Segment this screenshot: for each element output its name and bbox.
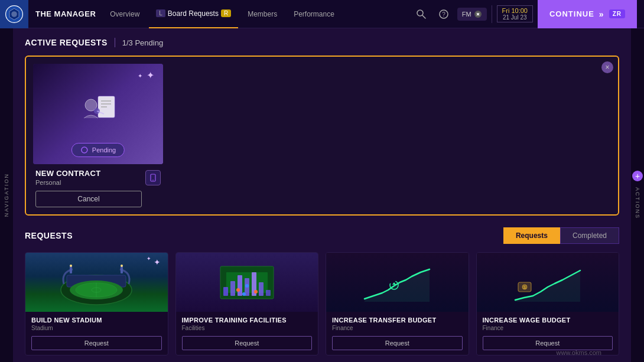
tab-performance[interactable]: Performance [287, 0, 341, 28]
add-action-button[interactable]: + [632, 171, 643, 181]
training-title: IMPROVE TRAINING FACILITIES [182, 317, 313, 324]
nav-shortcut-badge: L [156, 9, 165, 17]
tab-board-requests[interactable]: L Board Requests R [149, 0, 238, 28]
requests-section-header: REQUESTS Requests Completed [25, 227, 619, 244]
tab-requests[interactable]: Requests [503, 227, 560, 244]
req-card-build-stadium: ✦ ✦ [25, 252, 168, 356]
svg-point-19 [152, 180, 154, 181]
active-request-card: × ✦ ✦ [25, 56, 619, 216]
req-card-wage: $ INCREASE WAGE BUDGET Finance Request [476, 252, 620, 356]
active-requests-title: ACTIVE REQUESTS [25, 38, 108, 47]
club-badge [0, 0, 28, 28]
svg-rect-24 [70, 266, 72, 273]
svg-point-27 [121, 265, 123, 267]
wage-image: $ [477, 253, 619, 312]
help-icon[interactable]: ? [435, 5, 453, 23]
pending-badge: Pending [71, 143, 125, 157]
navigation-label: NAVIGATION [4, 173, 9, 217]
pending-count: 1/3 Pending [122, 38, 163, 47]
svg-text:$: $ [523, 285, 526, 289]
svg-marker-45 [392, 282, 396, 285]
main-content: ACTIVE REQUESTS 1/3 Pending × ✦ ✦ [13, 28, 631, 362]
contract-icon [74, 81, 122, 131]
svg-rect-32 [223, 287, 228, 296]
top-bar-right: ? FM Fri 10:00 21 Jul 23 CONTINUE » ZR [405, 0, 644, 28]
stadium-request-button[interactable]: Request [31, 336, 162, 350]
training-image [176, 253, 318, 312]
svg-point-40 [245, 284, 249, 288]
wage-request-button[interactable]: Request [483, 336, 613, 350]
manager-info: THE MANAGER [28, 9, 103, 18]
sparkle-icon-2: ✦ [138, 73, 142, 79]
svg-point-17 [83, 149, 86, 151]
svg-rect-33 [230, 281, 235, 296]
datetime-day: Fri 10:00 [502, 7, 528, 14]
transfer-svg [356, 257, 438, 308]
card-subtype: Personal [35, 179, 100, 186]
stadium-image: ✦ ✦ [25, 253, 168, 312]
svg-rect-25 [121, 266, 123, 273]
wage-title: INCREASE WAGE BUDGET [483, 317, 613, 324]
req-card-transfer: INCREASE TRANSFER BUDGET Finance Request [326, 252, 469, 356]
tab-members[interactable]: Members [240, 0, 284, 28]
sparkle-stadium: ✦ [154, 257, 161, 267]
training-svg [206, 257, 288, 308]
tab-overview[interactable]: Overview [103, 0, 147, 28]
section-divider [115, 38, 115, 47]
tab-completed[interactable]: Completed [560, 227, 619, 244]
continue-button[interactable]: CONTINUE » ZR [538, 0, 637, 28]
datetime-box: Fri 10:00 21 Jul 23 [497, 5, 533, 22]
wage-subtitle: Finance [483, 325, 613, 331]
top-bar: THE MANAGER Overview L Board Requests R … [0, 0, 644, 28]
svg-marker-43 [365, 269, 430, 302]
svg-rect-34 [238, 275, 242, 296]
stadium-subtitle: Stadium [31, 325, 162, 331]
svg-line-3 [422, 15, 425, 18]
zr-badge: ZR [609, 9, 625, 18]
stadium-card-info: BUILD NEW STADIUM Stadium Request [25, 312, 168, 355]
side-actions: + ACTIONS [631, 28, 644, 362]
svg-point-41 [254, 290, 258, 293]
svg-point-42 [242, 292, 246, 296]
training-card-info: IMPROVE TRAINING FACILITIES Facilities R… [176, 312, 318, 355]
board-requests-badge: R [221, 9, 231, 17]
divider [492, 5, 492, 23]
nav-tabs: Overview L Board Requests R Members Perf… [103, 0, 405, 28]
side-navigation: NAVIGATION [0, 28, 13, 362]
stadium-title: BUILD NEW STADIUM [31, 317, 162, 324]
active-requests-header: ACTIVE REQUESTS 1/3 Pending [25, 38, 619, 47]
svg-rect-37 [259, 282, 264, 296]
training-request-button[interactable]: Request [182, 336, 313, 350]
transfer-card-info: INCREASE TRANSFER BUDGET Finance Request [326, 312, 469, 355]
card-label-area: NEW CONTRACT Personal [35, 169, 100, 186]
phone-icon [145, 170, 161, 185]
card-close-button[interactable]: × [601, 61, 613, 73]
svg-rect-38 [266, 290, 271, 296]
request-image-wrapper: ✦ ✦ [33, 64, 163, 207]
training-background [176, 253, 318, 312]
card-type: NEW CONTRACT [35, 169, 100, 178]
search-icon[interactable] [412, 5, 430, 23]
svg-text:?: ? [442, 11, 445, 18]
tab-group: Requests Completed [503, 227, 619, 244]
stadium-svg [55, 257, 138, 308]
fm-badge: FM [457, 8, 487, 21]
transfer-background [326, 253, 469, 312]
training-subtitle: Facilities [182, 325, 313, 331]
req-card-training: IMPROVE TRAINING FACILITIES Facilities R… [175, 252, 319, 356]
stadium-background: ✦ ✦ [25, 253, 168, 312]
request-image: ✦ ✦ [33, 64, 163, 164]
cancel-button[interactable]: Cancel [35, 191, 142, 207]
svg-point-1 [11, 11, 17, 17]
sparkle-icon-1: ✦ [147, 70, 154, 81]
requests-section-title: REQUESTS [25, 231, 73, 240]
transfer-image [326, 253, 469, 312]
watermark: www.okms.com [557, 349, 601, 356]
svg-point-39 [236, 288, 240, 292]
sparkle-stadium-2: ✦ [147, 256, 151, 262]
arrows-icon: » [599, 9, 604, 19]
manager-name: THE MANAGER [35, 9, 96, 18]
card-action-area: Cancel [33, 191, 163, 207]
datetime-date: 21 Jul 23 [502, 14, 528, 21]
transfer-request-button[interactable]: Request [332, 336, 463, 350]
